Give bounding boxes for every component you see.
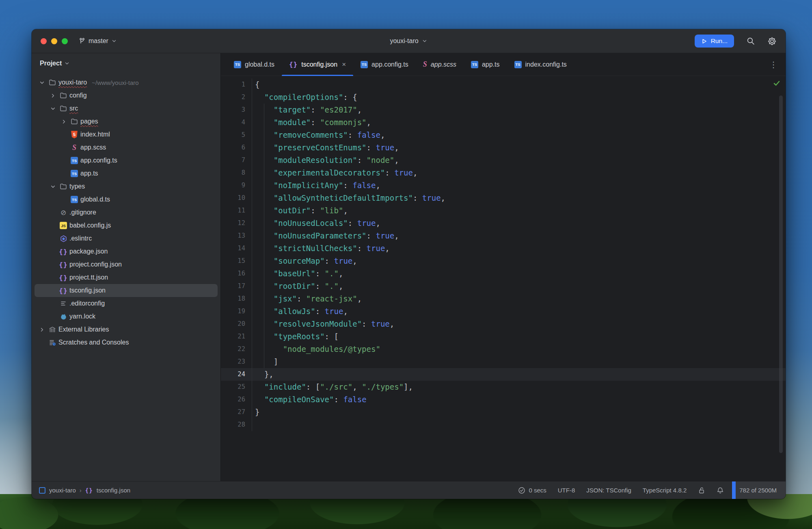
line-number: 20 (221, 318, 252, 330)
tree-item-src[interactable]: src (35, 102, 218, 115)
breadcrumbs: youxi-taro › {} tsconfig.json (39, 487, 130, 494)
code-line-6[interactable]: 6 "preserveConstEnums": true, (221, 141, 786, 154)
code-line-5[interactable]: 5 "removeComments": false, (221, 129, 786, 141)
code-line-15[interactable]: 15 "sourceMap": true, (221, 255, 786, 267)
code-line-text: "typeRoots": [ (252, 330, 786, 343)
tab-app-ts[interactable]: TSapp.ts (464, 53, 507, 76)
code-line-20[interactable]: 20 "resolveJsonModule": true, (221, 318, 786, 330)
status-encoding[interactable]: UTF-8 (552, 481, 581, 499)
inspections-ok-icon[interactable] (773, 79, 781, 89)
code-line-1[interactable]: 1{ (221, 78, 786, 91)
memory-indicator[interactable]: 782 of 2500M (732, 481, 786, 499)
chevron-right-icon[interactable] (48, 93, 58, 99)
line-number: 19 (221, 305, 252, 318)
tree-item-app-scss[interactable]: Sapp.scss (35, 141, 218, 154)
chevron-down-icon[interactable] (48, 184, 58, 190)
lock-open-icon[interactable] (692, 481, 711, 499)
tree-item--eslintrc[interactable]: .eslintrc (35, 232, 218, 245)
zoom-window-button[interactable] (62, 38, 68, 44)
chevron-right-icon[interactable] (37, 327, 47, 333)
git-branch-widget[interactable]: master (78, 37, 117, 45)
window-title-widget[interactable]: youxi-taro (390, 37, 427, 45)
tree-item-app-config-ts[interactable]: TSapp.config.ts (35, 154, 218, 167)
tree-item-tsconfig-json[interactable]: {}tsconfig.json (35, 284, 218, 297)
tree-item-package-json[interactable]: {}package.json (35, 245, 218, 258)
tree-item-config[interactable]: config (35, 89, 218, 102)
tab-label: global.d.ts (245, 61, 274, 68)
tree-item--editorconfig[interactable]: .editorconfig (35, 297, 218, 310)
code-line-9[interactable]: 9 "noImplicitAny": false, (221, 179, 786, 192)
tab-app-scss[interactable]: Sapp.scss (416, 53, 464, 76)
code-line-19[interactable]: 19 "allowJs": true, (221, 305, 786, 318)
code-line-25[interactable]: 25 "include": ["./src", "./types"], (221, 381, 786, 393)
settings-gear-icon[interactable] (767, 37, 777, 46)
code-line-text: "removeComments": false, (252, 129, 786, 141)
tab-app-config-ts[interactable]: TSapp.config.ts (353, 53, 416, 76)
code-line-14[interactable]: 14 "strictNullChecks": true, (221, 242, 786, 255)
search-icon[interactable] (746, 37, 755, 46)
tree-item-types[interactable]: types (35, 180, 218, 193)
close-window-button[interactable] (41, 38, 47, 44)
tab-tsconfig-json[interactable]: {}tsconfig.json× (282, 53, 353, 76)
code-line-3[interactable]: 3 "target": "es2017", (221, 104, 786, 116)
code-line-text: "noUnusedLocals": true, (252, 217, 786, 230)
project-panel-header[interactable]: Project (32, 53, 220, 73)
editor-scrollbar[interactable] (779, 95, 783, 453)
code-line-11[interactable]: 11 "outDir": "lib", (221, 204, 786, 217)
check-circle-icon (518, 487, 525, 494)
tree-item-index-html[interactable]: 5index.html (35, 128, 218, 141)
tree-item-external-libraries[interactable]: External Libraries (35, 323, 218, 336)
chevron-right-icon[interactable] (58, 119, 69, 125)
tree-item-label: project.config.json (69, 261, 122, 268)
chevron-down-icon[interactable] (48, 106, 58, 112)
tree-item-project-config-json[interactable]: {}project.config.json (35, 258, 218, 271)
code-line-27[interactable]: 27} (221, 406, 786, 418)
tree-item-project-tt-json[interactable]: {}project.tt.json (35, 271, 218, 284)
tab-options-kebab-icon[interactable]: ⋮ (761, 53, 786, 76)
code-editor[interactable]: 1{2 "compilerOptions": {3 "target": "es2… (221, 76, 786, 481)
code-line-17[interactable]: 17 "rootDir": ".", (221, 280, 786, 293)
status-duration[interactable]: 0 secs (512, 481, 552, 499)
project-tree: youxi-taro~/www/youxi-taroconfigsrcpages… (32, 73, 220, 481)
chevron-down-icon[interactable] (37, 80, 47, 86)
code-line-12[interactable]: 12 "noUnusedLocals": true, (221, 217, 786, 230)
tree-item-global-d-ts[interactable]: TSglobal.d.ts (35, 193, 218, 206)
code-line-13[interactable]: 13 "noUnusedParameters": true, (221, 230, 786, 242)
tab-global-d-ts[interactable]: TSglobal.d.ts (227, 53, 282, 76)
code-line-26[interactable]: 26 "compileOnSave": false (221, 393, 786, 406)
minimize-window-button[interactable] (51, 38, 57, 44)
notifications-bell-icon[interactable] (711, 481, 730, 499)
code-line-23[interactable]: 23 ] (221, 356, 786, 368)
tree-item-scratches-and-consoles[interactable]: Scratches and Consoles (35, 336, 218, 349)
run-button[interactable]: Run... (695, 35, 734, 48)
code-line-text: "node_modules/@types" (252, 343, 786, 356)
tab-index-config-ts[interactable]: TSindex.config.ts (507, 53, 574, 76)
code-line-22[interactable]: 22 "node_modules/@types" (221, 343, 786, 356)
status-ts-version[interactable]: TypeScript 4.8.2 (637, 481, 692, 499)
breadcrumb-file[interactable]: tsconfig.json (97, 487, 130, 494)
tree-item-babel-config-js[interactable]: JSbabel.config.js (35, 219, 218, 232)
code-line-24[interactable]: 24 }, (221, 368, 786, 381)
json-file-icon: {} (59, 248, 67, 256)
tree-item--gitignore[interactable]: ⊘.gitignore (35, 206, 218, 219)
ide-window: master youxi-taro Run... (32, 29, 786, 499)
breadcrumb-project[interactable]: youxi-taro (49, 487, 76, 494)
tree-item-pages[interactable]: pages (35, 115, 218, 128)
code-line-16[interactable]: 16 "baseUrl": ".", (221, 267, 786, 280)
code-line-8[interactable]: 8 "experimentalDecorators": true, (221, 167, 786, 179)
code-line-18[interactable]: 18 "jsx": "react-jsx", (221, 293, 786, 305)
code-line-2[interactable]: 2 "compilerOptions": { (221, 91, 786, 104)
tree-item-yarn-lock[interactable]: yarn.lock (35, 310, 218, 323)
code-line-21[interactable]: 21 "typeRoots": [ (221, 330, 786, 343)
tab-close-icon[interactable]: × (342, 61, 346, 69)
tree-item-app-ts[interactable]: TSapp.ts (35, 167, 218, 180)
ts-file-icon: TS (71, 196, 78, 203)
ts-file-icon: TS (234, 61, 241, 68)
code-line-28[interactable]: 28 (221, 418, 786, 431)
tree-item-label: yarn.lock (69, 313, 95, 320)
status-filetype[interactable]: JSON: TSConfig (581, 481, 637, 499)
code-line-10[interactable]: 10 "allowSyntheticDefaultImports": true, (221, 192, 786, 204)
tree-item-youxi-taro[interactable]: youxi-taro~/www/youxi-taro (35, 76, 218, 89)
code-line-7[interactable]: 7 "moduleResolution": "node", (221, 154, 786, 167)
code-line-4[interactable]: 4 "module": "commonjs", (221, 116, 786, 129)
